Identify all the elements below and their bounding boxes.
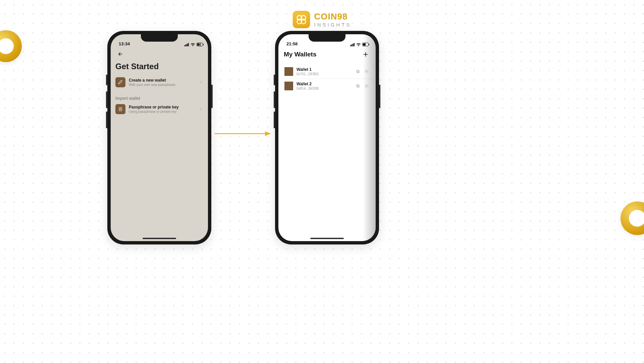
gear-icon (364, 84, 369, 88)
wifi-icon (191, 43, 195, 46)
svg-rect-16 (350, 45, 351, 46)
arrow-icon (215, 131, 272, 136)
svg-rect-18 (353, 44, 354, 46)
svg-rect-7 (187, 44, 188, 46)
copy-address-button[interactable] (355, 83, 361, 89)
brand-mark-icon (293, 11, 310, 28)
svg-rect-11 (203, 44, 204, 45)
decoration-ring-right (621, 201, 644, 235)
import-passphrase-option[interactable]: Passphrase or private key Using passphra… (111, 102, 208, 116)
decoration-ring-left (0, 30, 22, 62)
svg-rect-26 (357, 85, 359, 87)
copy-icon (356, 84, 360, 88)
status-time: 13:34 (119, 41, 130, 46)
pencil-icon (115, 77, 125, 87)
arrow-left-icon (117, 51, 123, 57)
svg-rect-6 (185, 44, 186, 46)
brand-name: COIN98 (314, 12, 352, 21)
import-section-label: Import wallet (111, 89, 208, 102)
home-indicator (143, 238, 176, 239)
battery-percent: 70 (199, 43, 202, 46)
page-title: My Wallets (284, 51, 317, 58)
document-icon (115, 104, 125, 114)
wallet-row[interactable]: Wallet 2 0x814...3ED08 (281, 79, 373, 93)
wallet-color-swatch (284, 82, 293, 90)
wallet-row[interactable]: Wallet 1 0x701...DFB01 (281, 64, 373, 79)
page-title: Get Started (111, 59, 208, 75)
wallet-address: 0x814...3ED08 (297, 87, 352, 90)
add-wallet-button[interactable] (361, 50, 370, 59)
svg-point-28 (366, 85, 367, 87)
copy-address-button[interactable] (355, 69, 361, 75)
wallet-settings-button[interactable] (364, 69, 370, 75)
home-indicator (310, 238, 344, 239)
option-subtitle: With your own new passphrase (129, 83, 195, 87)
copy-icon (356, 69, 360, 74)
svg-rect-8 (188, 43, 189, 46)
wallet-name: Wallet 1 (297, 67, 352, 72)
wallet-settings-button[interactable] (364, 83, 370, 89)
phone-notch (141, 34, 178, 42)
plus-icon (362, 51, 369, 58)
cellular-icon (350, 43, 355, 46)
svg-rect-24 (357, 70, 359, 72)
option-subtitle: Using passphrase or private key (129, 110, 195, 114)
brand-logo: COIN98 INSIGHTS (293, 11, 352, 28)
svg-point-25 (366, 71, 367, 72)
status-time: 21:58 (286, 41, 298, 46)
gear-icon (364, 69, 369, 74)
battery-icon (362, 43, 370, 46)
back-button[interactable] (115, 49, 125, 59)
svg-rect-27 (357, 85, 359, 87)
svg-rect-17 (352, 44, 353, 46)
option-title: Passphrase or private key (129, 105, 195, 109)
phone-frame-right: 21:58 (275, 31, 379, 244)
cellular-icon (184, 43, 189, 46)
wallet-name: Wallet 2 (297, 82, 352, 86)
svg-rect-5 (184, 45, 185, 46)
create-wallet-option[interactable]: Create a new wallet With your own new pa… (111, 75, 208, 89)
svg-rect-23 (357, 71, 359, 73)
phone-frame-left: 13:34 70 (107, 31, 211, 244)
chevron-right-icon (199, 107, 203, 111)
svg-rect-22 (369, 44, 370, 45)
wifi-icon (356, 43, 361, 46)
wallet-list: Wallet 1 0x701...DFB01 (278, 62, 376, 93)
wallet-color-swatch (284, 67, 293, 76)
wallet-address: 0x701...DFB01 (297, 72, 352, 76)
phone-notch (309, 34, 345, 42)
svg-rect-19 (354, 43, 355, 46)
brand-subtitle: INSIGHTS (314, 22, 352, 27)
chevron-right-icon (199, 80, 203, 85)
svg-rect-21 (363, 43, 366, 46)
option-title: Create a new wallet (129, 78, 195, 83)
